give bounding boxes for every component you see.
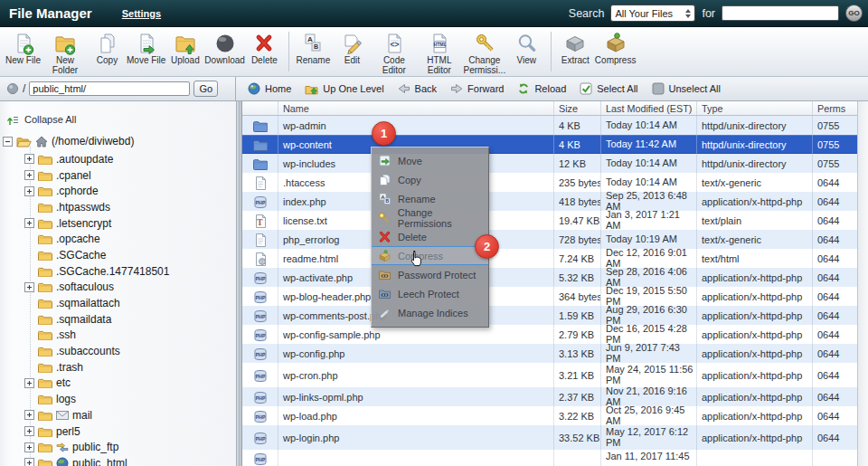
context-menu-item-delete[interactable]: Delete (372, 227, 488, 246)
table-row[interactable]: PHPwp-blog-header.php364 bytesDec 19, 20… (242, 287, 868, 306)
tree-item-letsencrypt[interactable]: .letsencrypt (24, 215, 236, 232)
size-cell: 418 bytes (553, 192, 600, 211)
toolbar-button-copy[interactable]: Copy (88, 30, 127, 66)
php-file-icon: PHP (253, 431, 268, 445)
collapse-all-button[interactable]: Collapse All (6, 112, 236, 127)
tree-item-etc[interactable]: etc (24, 376, 236, 392)
nav-unselect-all[interactable]: Unselect All (652, 82, 721, 95)
tree-item-public-html[interactable]: public_html (24, 455, 236, 466)
collapse-node-icon[interactable] (3, 137, 13, 147)
php-file-icon: PHP (253, 347, 268, 361)
table-row[interactable]: PHPwp-activate.php5.32 KBSep 28, 2016 4:… (242, 268, 868, 287)
toolbar-button-upload[interactable]: Upload (165, 30, 204, 66)
tree-item-autoupdate[interactable]: .autoupdate (24, 151, 236, 167)
vertical-scrollbar[interactable] (857, 101, 868, 466)
nav-home[interactable]: Home (248, 82, 291, 95)
toolbar-button-edit[interactable]: Edit (333, 30, 372, 66)
tree-item-perl5[interactable]: perl5 (24, 423, 236, 440)
column-header-name[interactable]: Name (278, 101, 553, 115)
tree-item-cpanel[interactable]: .cpanel (24, 167, 236, 184)
tree-item-sgcache[interactable]: .SGCache (24, 247, 236, 263)
path-input[interactable] (29, 81, 190, 96)
column-header-size[interactable]: Size (553, 101, 600, 115)
tree-item-trash[interactable]: .trash (24, 359, 236, 376)
toolbar-button-view[interactable]: View (507, 30, 546, 66)
table-row[interactable]: .htaccess235 bytesToday 10:14 AMtext/x-g… (242, 173, 868, 192)
tree-item-softaculous[interactable]: .softaculous (24, 280, 236, 296)
toolbar-button-extract[interactable]: Extract (556, 30, 595, 66)
table-row-partial[interactable]: PHPJan 11, 2017 11:45 (242, 450, 868, 466)
search-input[interactable] (722, 5, 839, 21)
nav-back[interactable]: Back (398, 82, 437, 95)
table-row[interactable]: PHPindex.php418 bytesSep 25, 2013 6:48 A… (242, 192, 868, 211)
context-menu-item-manage-indices[interactable]: Manage Indices (372, 303, 488, 322)
table-row[interactable]: wp-includes12 KBToday 10:14 AMhttpd/unix… (242, 154, 868, 173)
column-header-perms[interactable]: Perms (812, 101, 857, 115)
table-row[interactable]: readme.html7.24 KBDec 12, 2016 9:01 AMte… (242, 249, 868, 268)
context-menu-item-change-permissions[interactable]: Change Permissions (372, 208, 488, 227)
tree-root-item[interactable]: (/home/diviwebd) (3, 133, 236, 149)
tree-item-opcache[interactable]: .opcache (24, 231, 236, 247)
table-row[interactable]: wp-content4 KBToday 11:42 AMhttpd/unix-d… (242, 135, 868, 154)
path-go-button[interactable]: Go (193, 81, 218, 97)
tree-item-public-ftp[interactable]: public_ftp (24, 439, 236, 455)
nav-label: Up One Level (323, 83, 383, 94)
table-row[interactable]: wp-admin4 KBToday 10:14 AMhttpd/unix-dir… (242, 116, 868, 135)
tree-item-sgcache-1477418501[interactable]: .SGCache.1477418501 (24, 263, 236, 280)
table-row[interactable]: PHPwp-login.php33.52 KBMay 12, 2017 6:12… (242, 425, 868, 450)
context-menu-item-compress[interactable]: Compress (372, 246, 488, 265)
toolbar-label: Edit (344, 56, 360, 66)
php-file-icon: PHP (253, 309, 268, 323)
column-header-last-modified-est[interactable]: Last Modified (EST) (600, 101, 696, 115)
nav-up-one-level[interactable]: Up One Level (305, 82, 383, 95)
tree-item-mail[interactable]: mail (24, 407, 236, 423)
toolbar-button-delete[interactable]: Delete (245, 30, 284, 66)
toolbar-button-html-editor[interactable]: HTMLHTML Editor (417, 30, 462, 75)
context-menu-item-rename[interactable]: ABRename (372, 189, 488, 208)
svg-text:PHP: PHP (255, 457, 265, 462)
tree-item-subaccounts[interactable]: .subaccounts (24, 343, 236, 359)
table-row[interactable]: PHPwp-load.php3.22 KBOct 25, 2016 9:45 A… (242, 406, 868, 425)
column-header-type[interactable]: Type (696, 101, 812, 115)
table-row[interactable]: PHPwp-links-opml.php2.37 KBNov 21, 2016 … (242, 387, 868, 406)
settings-link[interactable]: Settings (122, 8, 161, 19)
table-row[interactable]: PHPwp-cron.php3.21 KBMay 24, 2015 11:56 … (242, 363, 868, 387)
modified-cell: Dec 19, 2015 5:50 PM (600, 287, 696, 306)
table-row[interactable]: Tlicense.txt19.47 KBJan 3, 2017 1:21 AMt… (242, 211, 868, 230)
search-scope-select[interactable]: All Your Files (610, 5, 695, 22)
toolbar-button-compress[interactable]: Compress (595, 30, 637, 66)
context-menu-item-move[interactable]: Move (372, 151, 488, 170)
toolbar-button-code-editor[interactable]: <>Code Editor (372, 30, 417, 75)
toolbar-button-download[interactable]: Download (204, 30, 244, 66)
manage-indices-icon (378, 307, 391, 319)
toolbar-button-new-file[interactable]: New File (4, 30, 42, 66)
toolbar-label: Copy (97, 56, 118, 66)
table-row[interactable]: PHPwp-config-sample.php2.79 KBDec 16, 20… (242, 325, 868, 344)
nav-forward[interactable]: Forward (450, 82, 504, 95)
toolbar-button-change-permissi[interactable]: Change Permissi... (462, 30, 507, 75)
search-go-button[interactable]: GO (845, 5, 863, 22)
toolbar-button-move-file[interactable]: Move File (127, 30, 165, 66)
tree-item-htpasswds[interactable]: .htpasswds (24, 199, 236, 215)
table-row[interactable]: PHPwp-config.php3.13 KBJun 9, 2017 7:43 … (242, 344, 868, 363)
panel-splitter[interactable] (236, 101, 242, 466)
column-header-icon[interactable] (242, 101, 278, 115)
toolbar-button-new-folder[interactable]: New Folder (42, 30, 88, 75)
tree-item-sqmailattach[interactable]: .sqmailattach (24, 295, 236, 311)
folder-icon (38, 185, 52, 196)
nav-reload[interactable]: Reload (517, 82, 566, 95)
tree-item-ssh[interactable]: .ssh (24, 328, 236, 344)
table-row[interactable]: PHPwp-comments-post.php1.59 KBAug 29, 20… (242, 306, 868, 325)
table-row[interactable]: php_errorlog728 bytesToday 10:19 AMtext/… (242, 230, 868, 249)
context-menu-item-password-protect[interactable]: Password Protect (372, 265, 488, 284)
tree-indent (24, 347, 34, 357)
context-menu-item-copy[interactable]: Copy (372, 170, 488, 189)
tree-item-cphorde[interactable]: .cphorde (24, 183, 236, 199)
nav-reload-icon (517, 82, 530, 95)
context-menu-item-leech-protect[interactable]: Leech Protect (372, 284, 488, 303)
tree-item-sqmaildata[interactable]: .sqmaildata (24, 311, 236, 328)
php-file-icon: PHP (253, 195, 268, 209)
nav-select-all[interactable]: Select All (580, 82, 637, 95)
toolbar-button-rename[interactable]: ABRename (294, 30, 333, 66)
tree-item-logs[interactable]: logs (24, 391, 236, 407)
